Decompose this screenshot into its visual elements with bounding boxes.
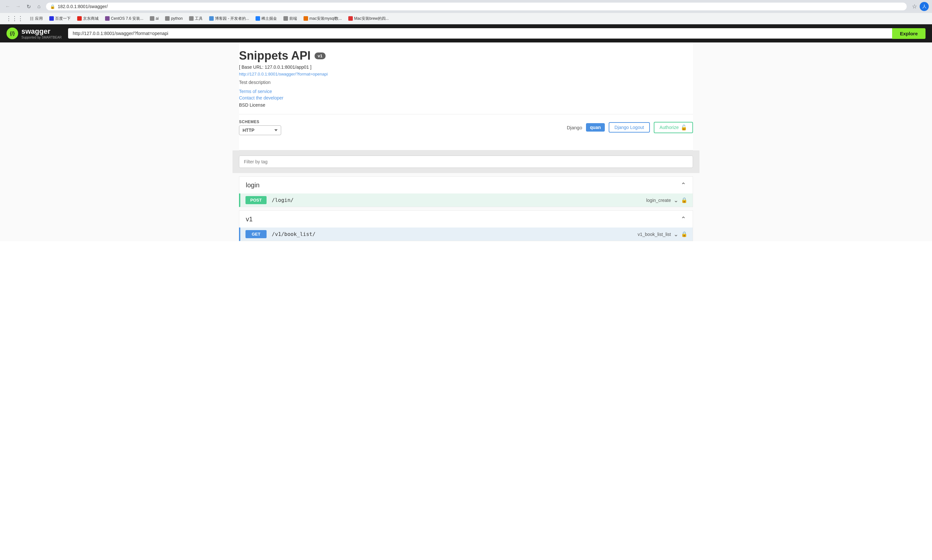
main-content: Snippets API v1 [ Base URL: 127.0.0.1:80… — [0, 43, 932, 241]
filter-section — [233, 150, 699, 173]
bookmark-jd[interactable]: 京东商城 — [75, 15, 101, 22]
schemes-section: Schemes HTTP HTTPS — [239, 120, 281, 135]
filter-input[interactable] — [239, 155, 693, 168]
browser-chrome: ← → ↻ ⌂ 🔒 182.0.0.1:8001/swagger/ ☆ 人 ⋮⋮… — [0, 0, 932, 24]
authorize-lock-icon: 🔓 — [681, 125, 687, 131]
post-method-badge: POST — [245, 196, 267, 204]
auth-section: Django quan Django Logout Authorize 🔓 — [567, 122, 693, 133]
v1-book-list-path: /v1/book_list/ — [272, 231, 638, 237]
swagger-header: {/} swagger Supported by SMARTBEAR Explo… — [0, 24, 932, 43]
api-sections: login ⌃ POST /login/ login_create ⌄ 🔒 v1… — [239, 176, 693, 241]
api-base-url: [ Base URL: 127.0.0.1:8001/app01 ] — [239, 65, 693, 70]
api-version-badge: v1 — [314, 52, 326, 59]
login-lock-icon: 🔒 — [681, 197, 687, 203]
back-button[interactable]: ← — [3, 2, 12, 11]
bookmark-label: mac安装mysql数... — [310, 16, 342, 22]
contact-developer-link[interactable]: Contact the developer — [239, 95, 693, 100]
address-lock-icon: 🔒 — [50, 4, 55, 9]
bookmark-apps[interactable]: ☷ 应用 — [27, 15, 45, 22]
v1-book-list-meta: v1_book_list_list ⌄ 🔒 — [638, 231, 687, 238]
api-description: Test description — [239, 80, 693, 85]
api-info-section: Snippets API v1 [ Base URL: 127.0.0.1:80… — [239, 43, 693, 150]
v1-book-list-lock-icon: 🔒 — [681, 231, 687, 237]
bookmark-label: 百度一下 — [55, 16, 71, 22]
swagger-url-input[interactable] — [68, 28, 892, 38]
get-method-badge: GET — [245, 230, 267, 238]
bookmark-label: Mac安装brew的四... — [354, 16, 389, 22]
forward-button[interactable]: → — [14, 2, 23, 11]
schemes-label: Schemes — [239, 120, 281, 124]
bookmark-label: CentOS 7.6 安装... — [111, 16, 143, 22]
bookmark-label: 应用 — [35, 16, 43, 22]
bookmark-tools[interactable]: 工具 — [186, 15, 205, 22]
v1-book-list-operation-id: v1_book_list_list — [638, 232, 671, 237]
swagger-brand: swagger Supported by SMARTBEAR — [22, 28, 62, 39]
explore-button[interactable]: Explore — [892, 28, 926, 39]
bookmarks-bar: ⋮⋮⋮ ☷ 应用 百度一下 京东商城 CentOS 7.6 安装... ai p… — [0, 13, 932, 24]
django-user-badge[interactable]: quan — [586, 123, 604, 132]
django-logout-button[interactable]: Django Logout — [608, 122, 650, 132]
bookmark-python[interactable]: python — [162, 15, 185, 22]
swagger-logo: {/} swagger Supported by SMARTBEAR — [6, 28, 62, 39]
address-text: 182.0.0.1:8001/swagger/ — [58, 4, 903, 9]
bookmark-label: 京东商城 — [83, 16, 99, 22]
content-wrap: Snippets API v1 [ Base URL: 127.0.0.1:80… — [233, 43, 699, 241]
v1-section-title: v1 — [246, 215, 253, 223]
django-label: Django — [567, 125, 582, 130]
swagger-url-bar: Explore — [68, 28, 926, 39]
v1-book-list-endpoint[interactable]: GET /v1/book_list/ v1_book_list_list ⌄ 🔒 — [239, 228, 693, 241]
authorize-button[interactable]: Authorize 🔓 — [654, 122, 693, 133]
login-collapse-icon: ⌃ — [681, 181, 686, 189]
swagger-brand-name: swagger — [22, 28, 62, 35]
login-operation-id: login_create — [646, 198, 671, 203]
swagger-tagline: Supported by SMARTBEAR — [22, 35, 62, 39]
login-section-title: login — [246, 182, 259, 189]
api-title-row: Snippets API v1 — [239, 49, 693, 63]
bookmark-star-icon[interactable]: ☆ — [912, 3, 917, 10]
bookmark-brew[interactable]: Mac安装brew的四... — [346, 15, 391, 22]
login-endpoint-meta: login_create ⌄ 🔒 — [646, 197, 687, 204]
login-create-endpoint[interactable]: POST /login/ login_create ⌄ 🔒 — [239, 194, 693, 207]
login-endpoint-path: /login/ — [272, 197, 646, 203]
browser-toolbar: ← → ↻ ⌂ 🔒 182.0.0.1:8001/swagger/ ☆ 人 — [0, 0, 932, 13]
schemes-select[interactable]: HTTP HTTPS — [239, 125, 281, 135]
bookmark-baidu[interactable]: 百度一下 — [47, 15, 73, 22]
bookmark-label: 前端 — [289, 16, 297, 22]
bookmark-label: 博客园 - 开发者的... — [215, 16, 249, 22]
bookmark-label: 稀土掘金 — [261, 16, 277, 22]
home-button[interactable]: ⌂ — [34, 2, 43, 11]
bookmark-ai[interactable]: ai — [147, 15, 161, 22]
bookmark-label: ai — [156, 16, 159, 21]
v1-section-header[interactable]: v1 ⌃ — [239, 210, 693, 228]
bookmark-juejin[interactable]: 稀土掘金 — [253, 15, 280, 22]
bookmark-label: 工具 — [195, 16, 203, 22]
bookmark-blog[interactable]: 博客园 - 开发者的... — [206, 15, 252, 22]
profile-button[interactable]: 人 — [920, 2, 929, 11]
v1-book-list-chevron-icon: ⌄ — [673, 231, 678, 238]
api-links: Terms of service Contact the developer — [239, 89, 693, 100]
authorize-label: Authorize — [659, 125, 679, 130]
bookmark-mysql[interactable]: mac安装mysql数... — [301, 15, 344, 22]
apps-icon[interactable]: ⋮⋮⋮ — [3, 14, 26, 23]
api-title: Snippets API — [239, 49, 311, 63]
swagger-icon: {/} — [6, 28, 18, 39]
v1-collapse-icon: ⌃ — [681, 215, 686, 223]
api-license: BSD License — [239, 102, 693, 108]
controls-bar: Schemes HTTP HTTPS Django quan Django Lo… — [239, 114, 693, 140]
bookmark-centos[interactable]: CentOS 7.6 安装... — [102, 15, 146, 22]
bookmark-label: python — [171, 16, 183, 21]
refresh-button[interactable]: ↻ — [24, 2, 33, 11]
login-chevron-icon: ⌄ — [673, 197, 678, 204]
nav-buttons: ← → ↻ ⌂ — [3, 2, 43, 11]
login-section-header[interactable]: login ⌃ — [239, 176, 693, 194]
bookmark-frontend[interactable]: 前端 — [281, 15, 300, 22]
terms-of-service-link[interactable]: Terms of service — [239, 89, 693, 94]
address-bar[interactable]: 🔒 182.0.0.1:8001/swagger/ — [46, 3, 907, 10]
api-openapi-link[interactable]: http://127.0.0.1:8001/swagger/?format=op… — [239, 72, 693, 77]
